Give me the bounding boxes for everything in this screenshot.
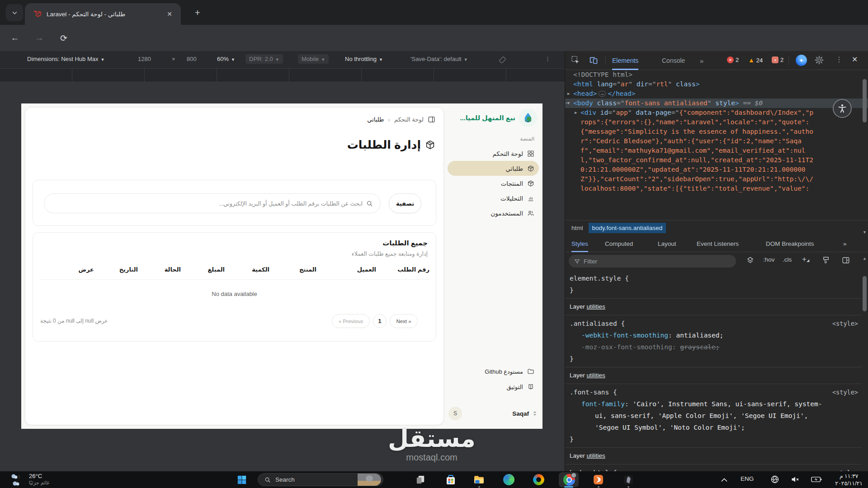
sidebar-item[interactable]: المستخدمون — [448, 206, 539, 221]
device-zoom-select[interactable]: 60%▼ — [217, 56, 235, 62]
file-explorer-icon[interactable] — [473, 474, 485, 486]
chrome-icon[interactable] — [563, 474, 575, 486]
breadcrumb-root[interactable]: لوحة التحكم — [394, 116, 424, 123]
filter-button[interactable]: تصفية — [389, 193, 421, 213]
accessibility-overlay-icon[interactable] — [833, 99, 852, 118]
dom-node-line[interactable]: <!DOCTYPE html> — [565, 70, 868, 80]
xampp-icon[interactable] — [592, 474, 604, 486]
edge-icon[interactable] — [503, 474, 515, 486]
copilot-icon[interactable] — [533, 474, 545, 486]
devtools-menu-icon[interactable]: ⋮ — [835, 55, 843, 64]
battery-charging-icon[interactable] — [811, 475, 822, 483]
devtools-settings-gear-icon[interactable] — [815, 56, 824, 65]
microsoft-store-icon[interactable] — [444, 474, 457, 486]
sidebar-item[interactable]: المنتجات — [448, 176, 539, 191]
volume-muted-icon[interactable] — [791, 475, 800, 484]
devtools-close-icon[interactable]: ✕ — [852, 55, 858, 64]
more-tabs-icon[interactable]: » — [700, 51, 703, 70]
taskbar-search[interactable]: Search — [258, 473, 383, 486]
error-badge[interactable]: ✕2 — [727, 56, 739, 63]
styles-tab-layout[interactable]: Layout — [658, 235, 676, 252]
layer-link[interactable]: utilities — [587, 303, 605, 310]
sidebar-item[interactable]: طلباتي — [448, 161, 539, 176]
expand-arrow-icon[interactable]: ▶ — [567, 89, 570, 99]
cascade-layers-icon[interactable] — [746, 256, 755, 265]
collapsed-content-icon[interactable]: … — [599, 91, 606, 97]
styles-tab-styles[interactable]: Styles — [571, 235, 588, 252]
styles-filter-input[interactable]: Filter — [569, 255, 736, 267]
sidebar-footer-item[interactable]: مستودع Github — [448, 365, 539, 378]
style-rule[interactable]: .antialiased {<style>-webkit-font-smooth… — [565, 315, 862, 367]
styles-scrollbar[interactable] — [862, 275, 867, 465]
language-indicator[interactable]: ENG — [741, 475, 754, 482]
taskbar-clock[interactable]: ١١:٣٧ م ٢٠٢٥/١١/٢١ — [835, 473, 863, 487]
task-view-icon[interactable] — [415, 474, 427, 486]
back-button[interactable]: ← — [8, 31, 22, 45]
weather-icon[interactable] — [9, 473, 24, 487]
throttling-select[interactable]: No throttling▼ — [345, 56, 383, 62]
sidebar-item[interactable]: لوحة التحكم — [448, 146, 539, 161]
browser-tab[interactable]: Laravel - طلباتي - لوحة التحكم ✕ — [25, 3, 181, 25]
page-number-button[interactable]: 1 — [373, 314, 387, 328]
ai-assistant-icon[interactable]: ✦ — [796, 55, 807, 66]
device-dpr-select[interactable]: DPR: 2.0▼ — [245, 54, 283, 64]
dom-node-line[interactable]: 0:21:21.000000Z","updated_at":"2025-11-1… — [565, 165, 868, 174]
device-type-select[interactable]: Mobile▼ — [298, 54, 329, 64]
expand-arrow-icon[interactable]: ▶ — [575, 108, 577, 117]
layer-link[interactable]: utilities — [587, 372, 605, 379]
css-property[interactable]: font-family: 'Cairo', Instrument Sans, u… — [570, 398, 859, 410]
style-rule[interactable]: element.style {} — [565, 270, 862, 298]
breadcrumb-html[interactable]: html — [571, 225, 583, 231]
styles-tab-event-listeners[interactable]: Event Listeners — [697, 235, 739, 252]
stylesheet-source-link[interactable]: <style> — [832, 386, 858, 398]
elements-scrollbar[interactable] — [862, 73, 867, 237]
warning-badge[interactable]: ▲24 — [748, 56, 763, 64]
save-data-select[interactable]: 'Save-Data': default▼ — [410, 56, 468, 62]
sidebar-toggle-icon[interactable] — [428, 116, 435, 123]
dom-node-line[interactable]: <html lang="ar" dir="rtl" class> — [565, 80, 868, 89]
inspect-element-icon[interactable] — [571, 56, 580, 65]
collapse-arrow-icon[interactable]: ▼ — [567, 99, 570, 108]
dom-node-line[interactable]: r":"Cedric Bledsoe"},"auth":{"user":{"id… — [565, 136, 868, 146]
style-rule[interactable]: .font-sans {<style>font-family: 'Cairo',… — [565, 384, 862, 447]
styles-tab--[interactable]: » — [843, 235, 847, 252]
devtools-tab-console[interactable]: Console — [662, 51, 685, 70]
next-page-button[interactable]: Next » — [390, 314, 418, 328]
sidebar-item[interactable]: التحليلات — [448, 191, 539, 206]
sidebar-user[interactable]: S Saqaf — [448, 404, 538, 422]
devtools-tab-elements[interactable]: Elements — [612, 51, 638, 70]
start-button[interactable] — [237, 475, 247, 485]
tab-search-button[interactable] — [6, 4, 23, 21]
dom-node-line[interactable]: Z"}},"cartCount":"2","sidebarOpen":true,… — [565, 174, 868, 184]
dom-node-selected[interactable]: ⋯▼<body class="font-sans antialiased" st… — [565, 99, 868, 108]
previous-page-button[interactable]: « Previous — [332, 314, 370, 328]
dom-node-line[interactable]: l,"two_factor_confirmed_at":null,"create… — [565, 155, 868, 165]
reload-button[interactable]: ⟳ — [57, 31, 71, 45]
styles-tab-computed[interactable]: Computed — [605, 235, 633, 252]
device-toolbar-menu-icon[interactable]: ⋮ — [545, 56, 551, 62]
style-rule[interactable]: body, html {<style> — [565, 465, 862, 471]
dom-node-line[interactable]: rops":{"errors":{},"name":"Laravel","loc… — [565, 117, 868, 127]
taskbar-chevron-up-icon[interactable] — [721, 477, 728, 483]
dom-node-line[interactable]: localhost:8000","state":[{"title":"total… — [565, 184, 868, 193]
styles-tab-dom-breakpoints[interactable]: DOM Breakpoints — [766, 235, 814, 252]
css-property[interactable]: -webkit-font-smoothing: antialiased; — [570, 329, 859, 341]
new-style-rule-icon[interactable]: +◢ — [802, 255, 809, 264]
css-property[interactable]: -moz-osx-font-smoothing: grayscale; — [570, 341, 859, 353]
rendering-emulation-icon[interactable] — [822, 256, 830, 264]
obsidian-icon[interactable] — [622, 474, 634, 486]
class-toggle[interactable]: .cls — [783, 256, 792, 263]
sidebar-footer-item[interactable]: التوثيق — [448, 380, 539, 394]
layer-link[interactable]: utilities — [587, 452, 605, 459]
hover-state-toggle[interactable]: :hov — [763, 256, 775, 263]
dom-node-line[interactable]: {"message":"Simplicity is the essence of… — [565, 127, 868, 136]
device-dimensions-select[interactable]: Dimensions: Nest Hub Max▼ — [27, 56, 104, 62]
forward-button[interactable]: → — [33, 31, 46, 45]
breadcrumb-body-selected[interactable]: body.font-sans.antialiased — [589, 223, 666, 233]
rotate-device-icon[interactable] — [498, 56, 507, 66]
stylesheet-source-link[interactable]: <style> — [832, 467, 858, 471]
dom-node-line[interactable]: ▶<head>…</head> — [565, 89, 868, 99]
issues-badge[interactable]: ▪2 — [772, 56, 783, 63]
brand[interactable]: نبع المنهل للميا... — [460, 109, 537, 127]
tab-close-icon[interactable]: ✕ — [165, 9, 175, 19]
